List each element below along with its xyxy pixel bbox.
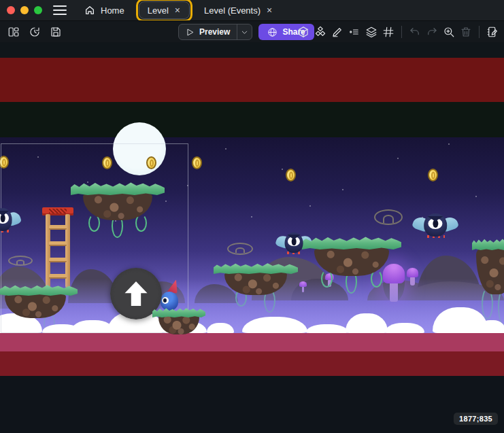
tab-level-events[interactable]: Level (Events) × <box>196 1 281 19</box>
star <box>309 205 311 207</box>
tab-level-events-label: Level (Events) <box>204 5 261 16</box>
coin[interactable] <box>286 169 296 181</box>
maximize-window-button[interactable] <box>34 6 42 14</box>
cloud <box>477 320 504 333</box>
toolbar-separator <box>479 26 480 38</box>
tab-bar: Home Level × Level (Events) × <box>76 0 281 20</box>
window-controls <box>0 6 42 14</box>
enemy-body <box>424 213 447 237</box>
swirl-inner-arc <box>235 247 245 254</box>
hamburger-menu-icon[interactable] <box>53 5 67 15</box>
swirl-decor <box>227 243 253 255</box>
play-icon <box>186 28 195 37</box>
coin-slot <box>289 171 293 179</box>
swirl-decor <box>374 209 403 225</box>
cursor-coordinates-badge: 1877;835 <box>454 413 498 425</box>
platform-grass <box>214 262 298 274</box>
chevron-down-icon <box>241 29 248 36</box>
grid-icon[interactable] <box>380 24 397 40</box>
star <box>282 169 283 170</box>
instances-list-icon[interactable] <box>346 24 363 40</box>
redo-icon[interactable] <box>424 24 440 40</box>
bg-darkgreen-band <box>0 102 504 137</box>
scene-canvas[interactable] <box>0 42 504 433</box>
delete-trash-icon[interactable] <box>458 24 474 40</box>
edit-scene-properties-icon[interactable] <box>484 24 501 40</box>
layers-icon[interactable] <box>363 24 380 40</box>
preview-button-label: Preview <box>199 27 230 37</box>
toolbar-center-group: Preview Share <box>178 24 314 40</box>
title-bar: Home Level × Level (Events) × <box>0 0 504 20</box>
tab-home-label: Home <box>101 5 124 16</box>
minimize-window-button[interactable] <box>20 6 29 14</box>
coin-slot <box>195 159 199 167</box>
object-groups-icon[interactable] <box>312 24 329 40</box>
fly-enemy[interactable] <box>415 213 456 238</box>
globe-icon <box>267 27 278 37</box>
close-window-button[interactable] <box>7 6 15 14</box>
tab-level-label: Level <box>148 5 169 16</box>
coin[interactable] <box>428 169 438 181</box>
star <box>225 148 226 150</box>
undo-icon[interactable] <box>407 24 423 40</box>
zoom-in-icon[interactable] <box>441 24 457 40</box>
star <box>448 143 450 145</box>
close-tab-icon[interactable]: × <box>174 5 181 15</box>
mushroom-cap <box>407 268 418 277</box>
preview-options-caret[interactable] <box>237 24 252 39</box>
objects-cube-icon[interactable] <box>295 24 312 40</box>
star <box>342 189 343 190</box>
bg-red-band <box>0 58 504 102</box>
ground-darkred-band <box>0 351 504 376</box>
tutorial-highlight-box: Level × <box>136 0 192 22</box>
island-center[interactable] <box>302 236 401 285</box>
edit-pencil-icon[interactable] <box>329 24 346 40</box>
coin-slot <box>431 171 435 179</box>
bottom-editor-area <box>0 376 504 433</box>
preview-button-main[interactable]: Preview <box>179 24 237 39</box>
swirl-inner-arc <box>383 215 393 223</box>
preview-button[interactable]: Preview <box>178 24 252 40</box>
star <box>475 196 477 197</box>
ground-pink-band <box>0 333 504 351</box>
save-icon[interactable] <box>48 24 64 40</box>
platform-grass <box>472 238 504 250</box>
home-icon <box>84 5 95 16</box>
toolbar-separator <box>401 26 402 38</box>
platform-grass <box>302 236 401 249</box>
star <box>397 158 399 159</box>
tab-home[interactable]: Home <box>76 1 133 19</box>
enemy-body <box>285 232 303 253</box>
tab-level[interactable]: Level × <box>139 1 190 19</box>
editor-toolbar: Preview Share <box>0 20 504 42</box>
project-manager-icon[interactable] <box>5 24 22 40</box>
history-icon[interactable] <box>27 24 43 40</box>
toolbar-right-group <box>295 24 501 40</box>
star <box>251 216 252 218</box>
bg-top-dark-band <box>0 42 504 58</box>
close-tab-icon[interactable]: × <box>266 5 273 15</box>
toolbar-left-group <box>5 24 64 40</box>
cloud <box>306 324 348 333</box>
coin[interactable] <box>192 156 202 169</box>
